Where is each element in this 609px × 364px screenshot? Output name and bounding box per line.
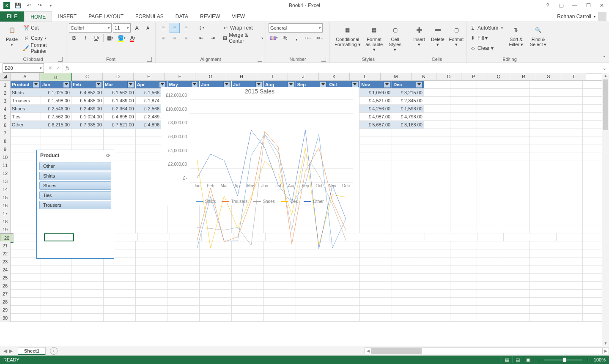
format-painter-button[interactable]: 🖌️Format Painter bbox=[23, 44, 63, 53]
comma-format-button[interactable]: , bbox=[291, 33, 302, 43]
col-header-M[interactable]: M bbox=[381, 73, 411, 74]
tab-page-layout[interactable]: PAGE LAYOUT bbox=[82, 11, 129, 22]
formula-input[interactable] bbox=[72, 63, 600, 73]
merge-center-button[interactable]: ⊞Merge & Center▾ bbox=[222, 33, 263, 43]
fill-color-button[interactable]: 🪣▾ bbox=[116, 33, 126, 43]
format-button[interactable]: ▢Format▾ bbox=[447, 23, 466, 48]
dialog-launcher-icon[interactable] bbox=[321, 57, 326, 62]
tab-view[interactable]: VIEW bbox=[226, 11, 251, 22]
italic-button[interactable]: I bbox=[80, 33, 91, 43]
tab-review[interactable]: REVIEW bbox=[194, 11, 226, 22]
col-header-A[interactable]: A bbox=[11, 73, 40, 74]
minimize-icon[interactable]: — bbox=[569, 1, 580, 10]
col-header-L[interactable]: L bbox=[350, 73, 381, 74]
col-header-H[interactable]: H bbox=[226, 73, 257, 74]
name-box[interactable]: B20▾ bbox=[3, 63, 44, 73]
col-header-F[interactable]: F bbox=[165, 73, 195, 74]
shrink-font-button[interactable]: A bbox=[143, 23, 153, 33]
align-left-button[interactable]: ≡ bbox=[158, 33, 168, 43]
find-select-button[interactable]: 🔍Find & Select ▾ bbox=[527, 23, 550, 48]
ribbon-options-icon[interactable]: ▢ bbox=[556, 1, 567, 10]
font-color-button[interactable]: A▾ bbox=[128, 33, 138, 43]
accounting-format-button[interactable]: 💷▾ bbox=[269, 33, 279, 43]
delete-icon: ➖ bbox=[432, 24, 444, 36]
col-header-S[interactable]: S bbox=[536, 73, 561, 74]
cut-button[interactable]: ✂️Cut bbox=[23, 23, 63, 33]
ribbon-tabs: FILE HOMEINSERTPAGE LAYOUTFORMULASDATARE… bbox=[0, 11, 609, 22]
col-header-E[interactable]: E bbox=[134, 73, 165, 74]
col-header-D[interactable]: D bbox=[103, 73, 134, 74]
grow-font-button[interactable]: A bbox=[132, 23, 142, 33]
fx-icon[interactable]: fx bbox=[63, 65, 72, 71]
conditional-formatting-button[interactable]: ▦Conditional Formatting ▾ bbox=[332, 23, 362, 48]
align-right-button[interactable]: ≡ bbox=[181, 33, 191, 43]
merge-icon: ⊞ bbox=[222, 35, 228, 41]
decrease-decimal-button[interactable]: .00← bbox=[314, 33, 324, 43]
fill-button[interactable]: ⬇Fill ▾ bbox=[469, 33, 503, 43]
percent-format-button[interactable]: % bbox=[280, 33, 290, 43]
close-icon[interactable]: ✕ bbox=[596, 1, 607, 10]
col-header-I[interactable]: I bbox=[257, 73, 288, 74]
clear-button[interactable]: ◇Clear ▾ bbox=[469, 44, 503, 53]
vertical-scrollbar[interactable]: ▲▼ bbox=[602, 73, 609, 74]
col-header-C[interactable]: C bbox=[72, 73, 103, 74]
cond-format-icon: ▦ bbox=[342, 24, 354, 36]
align-top-button[interactable]: ≡ bbox=[158, 23, 168, 33]
dialog-launcher-icon[interactable] bbox=[147, 57, 152, 62]
col-header-B[interactable]: B bbox=[40, 73, 72, 74]
redo-icon[interactable]: ↷ bbox=[35, 1, 45, 10]
font-size-select[interactable]: 11▾ bbox=[113, 23, 131, 33]
undo-icon[interactable]: ↶ bbox=[24, 1, 34, 10]
bold-button[interactable]: B bbox=[69, 33, 79, 43]
align-center-button[interactable]: ≡ bbox=[170, 33, 180, 43]
cancel-formula-icon[interactable]: ✕ bbox=[48, 65, 52, 71]
underline-button[interactable]: U▾ bbox=[92, 33, 102, 43]
delete-button[interactable]: ➖Delete▾ bbox=[428, 23, 447, 48]
autosum-button[interactable]: ΣAutoSum▾ bbox=[469, 23, 503, 33]
cell-styles-button[interactable]: ▢Cell Styles ▾ bbox=[386, 23, 404, 53]
increase-decimal-button[interactable]: .0→ bbox=[303, 33, 313, 43]
help-icon[interactable]: ? bbox=[542, 1, 553, 10]
tab-home[interactable]: HOME bbox=[24, 11, 52, 22]
collapse-ribbon-icon[interactable]: ⌃ bbox=[602, 55, 606, 61]
col-header-K[interactable]: K bbox=[319, 73, 350, 74]
copy-button[interactable]: ⎘Copy▾ bbox=[23, 33, 63, 43]
paste-button[interactable]: 📋 Paste▾ bbox=[3, 23, 21, 49]
dialog-launcher-icon[interactable] bbox=[258, 57, 262, 62]
expand-formula-bar-icon[interactable]: ⌄ bbox=[600, 65, 609, 71]
tab-file[interactable]: FILE bbox=[0, 11, 24, 22]
number-format-select[interactable]: General▾ bbox=[269, 23, 323, 33]
select-all-button[interactable]: ◢ bbox=[0, 73, 11, 74]
sort-filter-button[interactable]: ⇅Sort & Filter ▾ bbox=[505, 23, 527, 48]
save-icon[interactable]: 💾 bbox=[13, 1, 23, 10]
increase-indent-button[interactable]: ⇥ bbox=[208, 33, 218, 43]
col-header-T[interactable]: T bbox=[561, 73, 586, 74]
format-as-table-button[interactable]: ▤Format as Table ▾ bbox=[362, 23, 386, 53]
col-header-J[interactable]: J bbox=[288, 73, 319, 74]
tab-data[interactable]: DATA bbox=[170, 11, 194, 22]
fill-icon: ⬇ bbox=[469, 35, 476, 41]
accept-formula-icon[interactable]: ✓ bbox=[56, 65, 60, 71]
decrease-indent-button[interactable]: ⇤ bbox=[196, 33, 206, 43]
wrap-text-button[interactable]: ↩Wrap Text bbox=[222, 23, 263, 33]
tab-insert[interactable]: INSERT bbox=[52, 11, 82, 22]
col-header-R[interactable]: R bbox=[511, 73, 536, 74]
col-header-N[interactable]: N bbox=[411, 73, 436, 74]
restore-icon[interactable]: ❐ bbox=[583, 1, 594, 10]
font-name-select[interactable]: Calibri▾ bbox=[69, 23, 112, 33]
orientation-button[interactable]: ⤹▾ bbox=[196, 23, 206, 33]
border-button[interactable]: ▦▾ bbox=[105, 33, 115, 43]
insert-button[interactable]: ➕Insert▾ bbox=[410, 23, 428, 48]
col-header-P[interactable]: P bbox=[461, 73, 486, 74]
col-header-G[interactable]: G bbox=[195, 73, 226, 74]
col-header-Q[interactable]: Q bbox=[486, 73, 511, 74]
user-area[interactable]: Rohnan Carroll ▾ bbox=[557, 11, 609, 22]
align-middle-button[interactable]: ≡ bbox=[170, 23, 180, 33]
worksheet-grid[interactable]: ◢ABCDEFGHIJKLMNOPQRST 1ProductJanFebMarA… bbox=[0, 73, 609, 74]
qat-dropdown-icon[interactable]: ▼ bbox=[46, 1, 56, 10]
align-bottom-button[interactable]: ≡ bbox=[181, 23, 191, 33]
tab-formulas[interactable]: FORMULAS bbox=[129, 11, 170, 22]
excel-icon[interactable]: X bbox=[2, 1, 12, 10]
col-header-O[interactable]: O bbox=[436, 73, 461, 74]
dialog-launcher-icon[interactable] bbox=[58, 57, 63, 62]
